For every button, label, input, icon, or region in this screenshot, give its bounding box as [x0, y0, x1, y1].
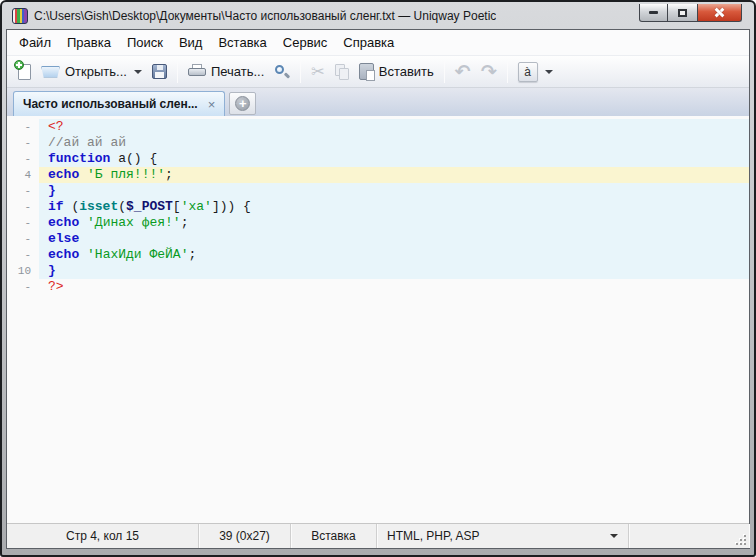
line-number: - — [7, 199, 39, 215]
font-button[interactable]: à — [513, 58, 558, 86]
new-file-icon — [18, 64, 31, 80]
code-text[interactable]: <? — [39, 119, 749, 135]
resize-grip[interactable] — [736, 535, 746, 545]
new-tab-button[interactable]: + — [229, 92, 256, 115]
menu-item-сервис[interactable]: Сервис — [275, 32, 336, 53]
paste-icon — [359, 63, 374, 80]
syntax-selector-value: HTML, PHP, ASP — [387, 529, 479, 543]
cut-button[interactable]: ✂ — [306, 60, 329, 84]
close-icon — [714, 7, 725, 18]
minimize-icon — [649, 11, 658, 14]
toolbar-separator — [507, 61, 508, 83]
line-number: - — [7, 183, 39, 199]
save-icon — [152, 64, 167, 79]
code-text[interactable]: echo 'НахИди ФеЙА'; — [39, 247, 749, 263]
open-button[interactable]: Открыть... — [36, 60, 147, 83]
toolbar-separator — [177, 61, 178, 83]
code-line[interactable]: 10} — [7, 263, 749, 279]
line-number: - — [7, 215, 39, 231]
menu-item-поиск[interactable]: Поиск — [119, 32, 171, 53]
print-button-label: Печать... — [211, 64, 264, 79]
code-line[interactable]: -echo 'НахИди ФеЙА'; — [7, 247, 749, 263]
search-icon — [274, 64, 290, 80]
code-line[interactable]: -} — [7, 183, 749, 199]
line-number: 4 — [7, 167, 39, 183]
code-text[interactable]: } — [39, 183, 749, 199]
tab-label: Часто использованый слен... — [23, 97, 198, 111]
open-folder-icon — [41, 66, 60, 78]
code-line[interactable]: -else — [7, 231, 749, 247]
new-file-button[interactable] — [13, 60, 36, 84]
close-button[interactable] — [697, 4, 742, 22]
plus-icon: + — [235, 96, 250, 111]
maximize-button[interactable] — [668, 4, 697, 22]
code-text[interactable]: } — [39, 263, 749, 279]
line-number: - — [7, 151, 39, 167]
tab-active-document[interactable]: Часто использованый слен... × — [13, 91, 225, 116]
client-area: ФайлПравкаПоискВидВставкаСервисСправка О… — [6, 29, 750, 549]
open-dropdown-icon — [134, 70, 142, 74]
line-number: 10 — [7, 263, 39, 279]
code-line[interactable]: -if (isset($_POST['xa'])) { — [7, 199, 749, 215]
status-empty-segment — [629, 524, 749, 548]
search-button[interactable] — [269, 60, 295, 84]
insert-mode-indicator: Вставка — [291, 524, 377, 548]
save-button[interactable] — [147, 60, 172, 83]
code-editor[interactable]: -<?-//ай ай ай-function a() {4echo 'Б пл… — [7, 116, 749, 523]
code-line[interactable]: -?> — [7, 279, 749, 295]
undo-button[interactable]: ↶ — [450, 58, 476, 85]
app-icon[interactable] — [12, 8, 28, 24]
toolbar-separator — [444, 61, 445, 83]
menu-bar: ФайлПравкаПоискВидВставкаСервисСправка — [7, 30, 749, 55]
print-icon — [188, 64, 206, 79]
code-text[interactable]: function a() { — [39, 151, 749, 167]
line-number: - — [7, 247, 39, 263]
open-button-label: Открыть... — [65, 64, 127, 79]
font-dropdown-icon — [545, 70, 553, 74]
window-controls — [639, 4, 742, 22]
menu-item-вставка[interactable]: Вставка — [210, 32, 274, 53]
copy-button[interactable] — [330, 60, 354, 84]
minimize-button[interactable] — [639, 4, 668, 22]
toolbar-separator — [300, 61, 301, 83]
code-lines: -<?-//ай ай ай-function a() {4echo 'Б пл… — [7, 119, 749, 295]
line-number: - — [7, 279, 39, 295]
tab-bar: Часто использованый слен... × + — [7, 88, 749, 116]
undo-icon: ↶ — [455, 62, 471, 81]
code-text[interactable]: if (isset($_POST['xa'])) { — [39, 199, 749, 215]
code-text[interactable]: echo 'Б пля!!!'; — [39, 167, 749, 183]
code-text[interactable]: echo 'Динах фея!'; — [39, 215, 749, 231]
code-line[interactable]: -//ай ай ай — [7, 135, 749, 151]
menu-item-файл[interactable]: Файл — [11, 32, 59, 53]
redo-button[interactable]: ↷ — [476, 58, 502, 85]
status-bar: Стр 4, кол 15 39 (0x27) Вставка HTML, PH… — [7, 523, 749, 548]
copy-icon — [335, 64, 349, 80]
scissors-icon: ✂ — [311, 64, 324, 80]
code-text[interactable]: //ай ай ай — [39, 135, 749, 151]
line-number: - — [7, 119, 39, 135]
syntax-selector[interactable]: HTML, PHP, ASP — [377, 524, 629, 548]
app-window: C:\Users\Gish\Desktop\Документы\Часто ис… — [0, 0, 756, 557]
tab-close-icon[interactable]: × — [208, 98, 216, 111]
code-line[interactable]: -function a() { — [7, 151, 749, 167]
cursor-position-indicator: Стр 4, кол 15 — [7, 524, 199, 548]
menu-item-правка[interactable]: Правка — [59, 32, 119, 53]
print-button[interactable]: Печать... — [183, 60, 269, 83]
char-code-indicator: 39 (0x27) — [199, 524, 291, 548]
menu-item-вид[interactable]: Вид — [171, 32, 211, 53]
toolbar: Открыть... Печать... ✂ В — [7, 55, 749, 88]
redo-icon: ↷ — [481, 62, 497, 81]
menu-item-справка[interactable]: Справка — [335, 32, 402, 53]
syntax-dropdown-icon — [610, 534, 618, 538]
paste-button[interactable]: Вставить — [354, 59, 439, 84]
code-line[interactable]: 4echo 'Б пля!!!'; — [7, 167, 749, 183]
line-number: - — [7, 231, 39, 247]
line-number: - — [7, 135, 39, 151]
code-text[interactable]: ?> — [39, 279, 749, 295]
paste-button-label: Вставить — [379, 64, 434, 79]
code-line[interactable]: -<? — [7, 119, 749, 135]
code-line[interactable]: -echo 'Динах фея!'; — [7, 215, 749, 231]
window-title: C:\Users\Gish\Desktop\Документы\Часто ис… — [34, 9, 496, 23]
code-text[interactable]: else — [39, 231, 749, 247]
letter-a-icon: à — [518, 62, 538, 82]
